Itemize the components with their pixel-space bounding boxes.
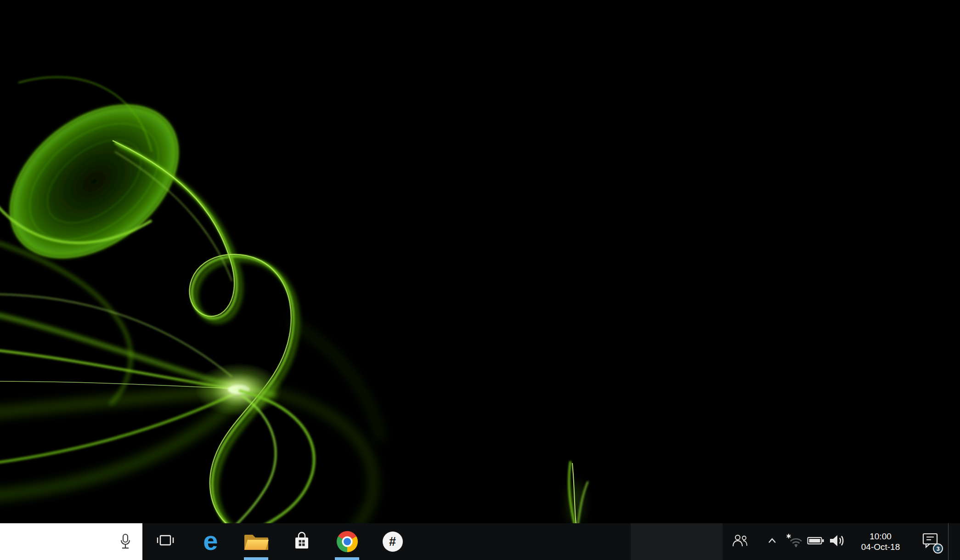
clock[interactable]: 10:00 04-Oct-18 bbox=[848, 523, 913, 560]
battery-full-icon bbox=[807, 535, 825, 548]
store-icon bbox=[291, 530, 313, 554]
network-button[interactable] bbox=[785, 523, 805, 560]
wifi-not-connected-icon bbox=[786, 533, 804, 550]
microphone-icon[interactable] bbox=[119, 533, 131, 550]
wallpaper bbox=[0, 0, 960, 560]
notification-badge: 3 bbox=[933, 543, 943, 554]
people-button[interactable] bbox=[728, 523, 752, 560]
running-indicator bbox=[335, 557, 359, 560]
action-center-button[interactable]: 3 bbox=[918, 523, 944, 560]
clock-date: 04-Oct-18 bbox=[848, 542, 913, 552]
file-explorer-icon bbox=[243, 530, 270, 553]
edge-icon: e bbox=[203, 527, 218, 554]
task-view-icon bbox=[154, 530, 176, 554]
running-indicator bbox=[244, 557, 268, 560]
hash-glyph: # bbox=[389, 536, 396, 548]
chrome-icon bbox=[337, 531, 358, 552]
people-icon bbox=[731, 533, 749, 550]
chevron-up-icon bbox=[765, 534, 779, 549]
volume-button[interactable] bbox=[827, 523, 848, 560]
taskbar-button-edge[interactable]: e bbox=[188, 523, 233, 560]
taskbar-button-task-view[interactable] bbox=[142, 523, 188, 560]
taskbar-button-hash-app[interactable]: # bbox=[370, 523, 415, 560]
taskbar-highlight bbox=[631, 523, 723, 560]
speaker-icon bbox=[829, 533, 847, 550]
search-box[interactable] bbox=[0, 523, 142, 560]
show-desktop-button[interactable] bbox=[948, 523, 960, 560]
taskbar-button-file-explorer[interactable] bbox=[233, 523, 279, 560]
hash-app-icon: # bbox=[383, 532, 403, 552]
desktop[interactable] bbox=[0, 0, 960, 560]
battery-button[interactable] bbox=[805, 523, 827, 560]
taskbar[interactable]: e bbox=[0, 523, 960, 560]
taskbar-button-chrome[interactable] bbox=[324, 523, 370, 560]
system-tray: 10:00 04-Oct-18 3 bbox=[728, 523, 960, 560]
taskbar-button-store[interactable] bbox=[279, 523, 324, 560]
tray-overflow-button[interactable] bbox=[762, 523, 783, 560]
clock-time: 10:00 bbox=[848, 531, 913, 542]
